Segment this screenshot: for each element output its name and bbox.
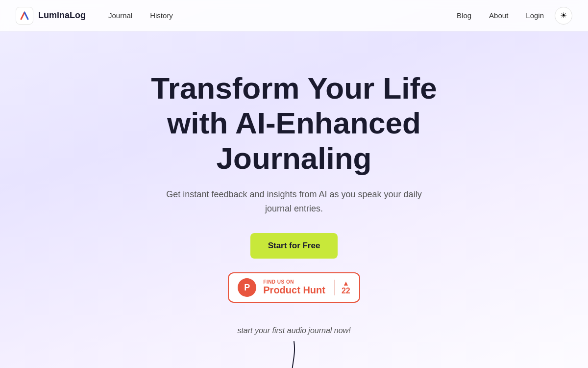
svg-line-1 (24, 12, 28, 19)
product-hunt-badge[interactable]: P FIND US ON Product Hunt ▲ 22 (228, 272, 360, 303)
hero-subtitle: Get instant feedback and insights from A… (157, 187, 431, 216)
nav-link-journal[interactable]: Journal (101, 7, 139, 24)
logo-text: LuminaLog (38, 10, 86, 21)
nav-link-login[interactable]: Login (519, 7, 551, 24)
ph-find-us-label: FIND US ON (263, 279, 325, 285)
nav-link-blog[interactable]: Blog (450, 7, 478, 24)
nav-links-right: Blog About Login ☀ (450, 7, 572, 25)
hero-section: Transform Your Life with AI-Enhanced Jou… (0, 31, 588, 368)
nav-link-history[interactable]: History (143, 7, 180, 24)
nav-link-about[interactable]: About (482, 7, 515, 24)
navbar: LuminaLog Journal History Blog About Log… (0, 0, 588, 31)
logo[interactable]: LuminaLog (16, 7, 86, 25)
nav-links-left: Journal History (101, 7, 450, 24)
sun-icon: ☀ (560, 11, 567, 20)
product-hunt-text: FIND US ON Product Hunt (263, 279, 325, 296)
ph-upvote-icon: ▲ (343, 280, 349, 287)
hero-title: Transform Your Life with AI-Enhanced Jou… (98, 71, 490, 176)
scroll-hint-text: start your first audio journal now! (237, 326, 350, 335)
theme-toggle-button[interactable]: ☀ (555, 7, 572, 25)
logo-icon (16, 7, 33, 25)
ph-name-label: Product Hunt (263, 285, 325, 296)
ph-votes: ▲ 22 (334, 280, 350, 295)
scroll-arrow (279, 339, 309, 368)
cta-start-free-button[interactable]: Start for Free (250, 233, 338, 259)
product-hunt-logo: P (238, 278, 256, 297)
svg-line-0 (21, 12, 24, 19)
ph-vote-count: 22 (342, 287, 350, 295)
